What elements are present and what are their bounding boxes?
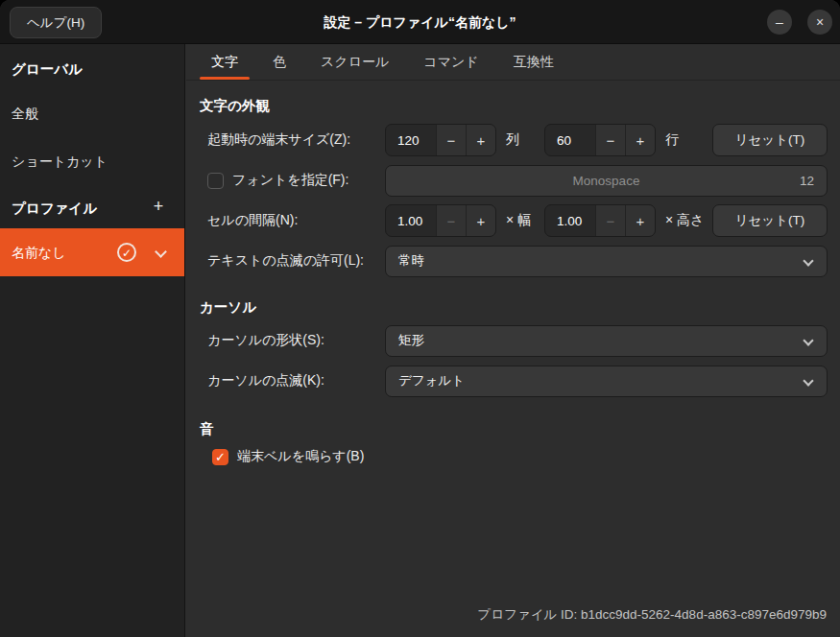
section-heading-sound: 音 [200, 420, 840, 438]
profile-menu-chevron-down-icon[interactable] [155, 246, 167, 258]
custom-font-row: フォントを指定(F): Monospace 12 [186, 164, 840, 197]
section-heading-cursor: カーソル [200, 298, 840, 317]
terminal-bell-label: 端末ベルを鳴らす(B) [237, 448, 364, 465]
columns-value[interactable]: 120 [386, 125, 436, 155]
sidebar-item-general[interactable]: 全般 [0, 106, 184, 123]
rows-spinbutton: 60 − + [544, 124, 656, 156]
cell-height-value[interactable]: 1.00 [545, 205, 595, 236]
close-icon: × [816, 14, 824, 30]
minimize-icon: – [776, 14, 783, 30]
cursor-shape-label: カーソルの形状(S): [207, 332, 324, 349]
help-button[interactable]: ヘルプ(H) [10, 7, 102, 38]
columns-spinbutton: 120 − + [385, 124, 496, 156]
sidebar: グローバル 全般 ショートカット プロファイル + 名前なし ✓ [0, 44, 185, 637]
cell-width-increment-button[interactable]: + [466, 205, 495, 236]
sidebar-item-shortcuts[interactable]: ショートカット [0, 153, 184, 171]
cell-width-unit-label: × 幅 [506, 212, 544, 229]
cell-width-decrement-button[interactable]: − [436, 205, 466, 236]
custom-font-label: フォントを指定(F): [232, 172, 348, 189]
cursor-shape-value: 矩形 [398, 332, 424, 349]
text-blink-row: テキストの点滅の許可(L): 常時 [186, 245, 840, 277]
chevron-down-icon [803, 335, 813, 345]
tab-command[interactable]: コマンド [410, 44, 492, 80]
profile-label: 名前なし [12, 245, 66, 260]
cursor-blink-label: カーソルの点滅(K): [207, 372, 324, 389]
cursor-blink-dropdown[interactable]: デフォルト [385, 366, 828, 397]
default-profile-check-icon: ✓ [117, 243, 136, 262]
columns-increment-button[interactable]: + [466, 125, 495, 155]
chevron-down-icon [803, 375, 813, 386]
cursor-shape-row: カーソルの形状(S): 矩形 [186, 324, 840, 357]
add-profile-button[interactable]: + [146, 194, 171, 219]
window-title: 設定 – プロファイル“名前なし” [0, 0, 840, 44]
font-name: Monospace [386, 166, 827, 196]
rows-unit-label: 行 [665, 131, 704, 149]
sidebar-item-profile-unnamed[interactable]: 名前なし ✓ [0, 228, 184, 276]
text-blink-dropdown[interactable]: 常時 [385, 246, 828, 277]
cell-spacing-row: セルの間隔(N): 1.00 − + × 幅 1.00 − + × 高さ リセッ… [186, 204, 840, 237]
cell-height-unit-label: × 高さ [665, 212, 704, 229]
cell-spacing-reset-button[interactable]: リセット(T) [712, 204, 828, 237]
tab-text[interactable]: 文字 [198, 44, 252, 80]
terminal-size-row: 起動時の端末サイズ(Z): 120 − + 列 60 − + 行 リセット(T) [186, 124, 840, 156]
profile-id-value: b1dcc9dd-5262-4d8d-a863-c897e6d979b9 [581, 607, 827, 622]
text-blink-value: 常時 [398, 252, 424, 270]
custom-font-checkbox[interactable] [207, 173, 224, 189]
rows-value[interactable]: 60 [545, 125, 595, 155]
terminal-size-label: 起動時の端末サイズ(Z): [207, 131, 350, 149]
cursor-blink-value: デフォルト [398, 372, 465, 389]
tab-compatibility[interactable]: 互換性 [500, 44, 567, 80]
cursor-shape-dropdown[interactable]: 矩形 [385, 325, 828, 357]
terminal-size-reset-button[interactable]: リセット(T) [712, 124, 828, 156]
close-button[interactable]: × [807, 10, 832, 35]
terminal-bell-row: ✓ 端末ベルを鳴らす(B) [186, 444, 840, 469]
text-blink-label: テキストの点滅の許可(L): [207, 252, 364, 270]
cell-spacing-label: セルの間隔(N): [207, 212, 298, 229]
tab-scrolling[interactable]: スクロール [307, 44, 402, 80]
columns-decrement-button[interactable]: − [436, 125, 466, 155]
rows-decrement-button[interactable]: − [595, 125, 625, 155]
rows-increment-button[interactable]: + [625, 125, 655, 155]
profile-id-label: プロファイル ID: [477, 607, 577, 622]
sidebar-heading-profiles: プロファイル [12, 200, 97, 218]
tab-bar: 文字 色 スクロール コマンド 互換性 [186, 44, 840, 81]
sidebar-heading-global: グローバル [12, 60, 83, 79]
terminal-bell-checkbox[interactable]: ✓ [212, 449, 228, 465]
section-heading-text-appearance: 文字の外観 [200, 97, 840, 115]
preferences-window: ヘルプ(H) 設定 – プロファイル“名前なし” – × グローバル 全般 ショ… [0, 0, 840, 637]
plus-icon: + [154, 197, 164, 216]
tab-colors[interactable]: 色 [259, 44, 300, 80]
cell-height-increment-button[interactable]: + [625, 205, 655, 236]
minimize-button[interactable]: – [767, 10, 792, 35]
cursor-blink-row: カーソルの点滅(K): デフォルト [186, 365, 840, 397]
profile-id-footer: プロファイル ID: b1dcc9dd-5262-4d8d-a863-c897e… [477, 606, 827, 624]
titlebar: ヘルプ(H) 設定 – プロファイル“名前なし” – × [0, 0, 840, 44]
content-pane: 文字 色 スクロール コマンド 互換性 文字の外観 起動時の端末サイズ(Z): … [186, 44, 840, 637]
chevron-down-icon [803, 255, 813, 266]
cell-height-decrement-button[interactable]: − [595, 205, 625, 236]
font-size: 12 [800, 166, 814, 196]
cell-height-spinbutton: 1.00 − + [544, 204, 656, 237]
font-chooser-button[interactable]: Monospace 12 [385, 165, 828, 197]
cell-width-spinbutton: 1.00 − + [385, 204, 496, 237]
cell-width-value[interactable]: 1.00 [386, 205, 436, 236]
columns-unit-label: 列 [506, 131, 544, 149]
